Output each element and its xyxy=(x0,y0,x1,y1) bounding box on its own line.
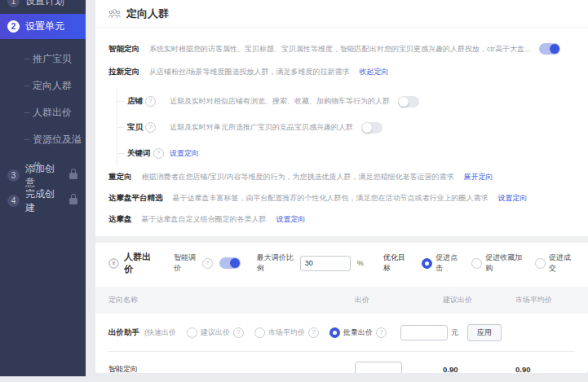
retargeting-label: 重定向 xyxy=(108,170,132,183)
expand-targeting-link[interactable]: 展开定向 xyxy=(464,170,493,183)
radio-icon[interactable] xyxy=(422,258,432,269)
col-header-suggested: 建议出价 xyxy=(443,295,515,305)
help-icon[interactable] xyxy=(376,327,387,338)
bid-assistant-row: 出价助手 (快速出价 建议出价 市场平均价 批量出价 元 应用 xyxy=(108,314,575,352)
smart-targeting-desc: 系统实时根据您的访客属性、宝贝标题、宝贝属性等维度，智能匹配出对您的宝贝更感兴趣… xyxy=(149,42,531,55)
step-number: 3 xyxy=(7,169,20,182)
shop-targeting-row: 店铺 近期及实时对相似店铺有浏览、搜索、收藏、加购物车等行为的人群 xyxy=(117,88,575,114)
steps-sidebar: 1 设置计划 2 设置单元 推广宝贝 定向人群 人群出价 资源位及溢价 3 添加… xyxy=(0,0,86,376)
max-ratio-input[interactable] xyxy=(300,256,351,271)
item-targeting-toggle[interactable] xyxy=(361,122,382,134)
step-number: 4 xyxy=(7,195,20,207)
crowd-icon xyxy=(108,8,121,19)
col-header-market: 市场平均价 xyxy=(515,295,588,305)
dmp-platform-set-link[interactable]: 设置定向 xyxy=(498,191,528,204)
col-header-bid: 出价 xyxy=(355,295,443,305)
item-label: 宝贝 xyxy=(127,122,143,133)
bid-assistant-prefix: (快速出价 xyxy=(144,327,176,338)
keyword-targeting-row: 关键词 设置定向 xyxy=(117,140,575,166)
radio-icon[interactable] xyxy=(254,327,265,338)
step-label: 添加创意 xyxy=(25,162,64,190)
dmp-platform-row: 达摩盘平台精选 基于达摩盘丰富标签，由平台配置推荐的个性化人群包，满足您在活动节… xyxy=(108,187,575,209)
shop-label: 店铺 xyxy=(127,96,143,107)
help-icon[interactable] xyxy=(308,327,319,338)
new-customer-targeting-row: 拉新定向 从店铺粉丝/场景等维度圈选投放人群，满足多维度的拉新需求 收起定向 xyxy=(108,60,575,83)
step-number: 2 xyxy=(7,20,20,33)
collapse-targeting-link[interactable]: 收起定向 xyxy=(360,65,389,78)
radio-icon[interactable] xyxy=(535,258,546,269)
smart-targeting-row: 智能定向 系统实时根据您的访客属性、宝贝标题、宝贝属性等维度，智能匹配出对您的宝… xyxy=(108,37,575,60)
goal-option-click[interactable]: 促进点击 xyxy=(422,252,462,274)
sidebar-item-promote-item[interactable]: 推广宝贝 xyxy=(0,46,86,72)
goal-option-conversion[interactable]: 促进成交 xyxy=(535,252,575,274)
lock-icon xyxy=(69,173,77,179)
sidebar-step-creative[interactable]: 3 添加创意 xyxy=(0,163,86,188)
dmp-set-link[interactable]: 设置定向 xyxy=(276,213,306,226)
bidding-title: 人群出价 xyxy=(124,251,157,275)
dmp-platform-label: 达摩盘平台精选 xyxy=(108,191,163,204)
smart-bid-input[interactable] xyxy=(355,362,402,374)
keyword-set-targeting-link[interactable]: 设置定向 xyxy=(170,148,199,159)
new-customer-children: 店铺 近期及实时对相似店铺有浏览、搜索、收藏、加购物车等行为的人群 宝贝 近期及… xyxy=(117,88,575,166)
bid-assistant-label: 出价助手 xyxy=(108,327,139,338)
goal-radio-group: 优化目标 促进点击 促进收藏加购 促进成交 xyxy=(383,252,575,274)
row-name: 智能定向 xyxy=(108,364,355,374)
step-label: 设置单元 xyxy=(25,20,64,33)
smart-adjust-toggle[interactable] xyxy=(219,257,241,269)
unit-sub-nav: 推广宝贝 定向人群 人群出价 资源位及溢价 xyxy=(0,39,86,163)
bidding-header-row: ¥ 人群出价 智能调价 最大调价比例 % 优化目标 促进点击 xyxy=(108,243,575,280)
bidding-section: ¥ 人群出价 智能调价 最大调价比例 % 优化目标 促进点击 xyxy=(95,243,588,373)
suggested-bid-value: 0.90 xyxy=(443,365,515,374)
smart-targeting-label: 智能定向 xyxy=(108,42,139,55)
smart-targeting-toggle[interactable] xyxy=(539,43,560,55)
shop-targeting-toggle[interactable] xyxy=(398,96,419,108)
step-number: 1 xyxy=(7,0,20,7)
dmp-desc: 基于达摩盘自定义组合圈定的各类人群 xyxy=(142,213,267,226)
help-icon[interactable] xyxy=(145,96,156,107)
main-panel: 定向人群 智能定向 系统实时根据您的访客属性、宝贝标题、宝贝属性等维度，智能匹配… xyxy=(95,0,588,373)
shop-desc: 近期及实时对相似店铺有浏览、搜索、收藏、加购物车等行为的人群 xyxy=(170,96,390,107)
assistant-option-suggested[interactable]: 建议出价 xyxy=(187,327,244,338)
help-icon[interactable] xyxy=(233,327,244,338)
batch-bid-input[interactable] xyxy=(400,325,448,340)
help-icon[interactable] xyxy=(202,258,213,269)
radio-icon[interactable] xyxy=(471,258,482,269)
targeting-section: 智能定向 系统实时根据您的访客属性、宝贝标题、宝贝属性等维度，智能匹配出对您的宝… xyxy=(95,28,588,236)
sidebar-item-audience-bid[interactable]: 人群出价 xyxy=(0,99,86,126)
item-desc: 近期及实时对单元所选推广宝贝的竞品宝贝感兴趣的人群 xyxy=(170,122,353,133)
batch-bid-unit: 元 xyxy=(451,327,458,338)
sidebar-item-placement-premium[interactable]: 资源位及溢价 xyxy=(0,126,86,153)
sidebar-step-plan[interactable]: 1 设置计划 xyxy=(0,0,86,14)
sidebar-step-finish[interactable]: 4 完成创建 xyxy=(0,188,86,213)
max-ratio-label: 最大调价比例 xyxy=(257,252,294,274)
retargeting-desc: 根据消费者在您店铺/宝贝/内容等维度的行为，为您挑选优质人群，满足您精细化老客运… xyxy=(142,170,454,183)
coin-icon: ¥ xyxy=(108,258,119,269)
item-targeting-row: 宝贝 近期及实时对单元所选推广宝贝的竞品宝贝感兴趣的人群 xyxy=(117,114,575,140)
col-header-name: 定向名称 xyxy=(108,295,355,305)
radio-icon[interactable] xyxy=(187,327,197,338)
goal-option-favorite-cart[interactable]: 促进收藏加购 xyxy=(471,252,525,274)
sidebar-step-unit[interactable]: 2 设置单元 xyxy=(0,14,86,39)
targeting-header: 定向人群 xyxy=(95,0,588,28)
bid-table-row-smart: 智能定向 0.90 0.90 xyxy=(108,352,575,373)
svg-text:¥: ¥ xyxy=(112,260,116,267)
step-label: 设置计划 xyxy=(25,0,64,8)
assistant-option-batch[interactable]: 批量出价 xyxy=(329,327,387,338)
smart-adjust-label: 智能调价 xyxy=(174,252,199,274)
sidebar-item-targeting[interactable]: 定向人群 xyxy=(0,72,86,99)
dmp-label: 达摩盘 xyxy=(108,213,132,226)
section-divider xyxy=(95,236,588,243)
step-label: 完成创建 xyxy=(25,187,64,215)
help-icon[interactable] xyxy=(145,122,156,133)
bid-table-header: 定向名称 出价 建议出价 市场平均价 xyxy=(95,287,588,314)
page-title: 定向人群 xyxy=(126,7,169,21)
apply-button[interactable]: 应用 xyxy=(467,324,502,341)
help-icon[interactable] xyxy=(153,148,164,159)
market-avg-value: 0.90 xyxy=(515,365,575,374)
max-ratio-unit: % xyxy=(357,259,364,267)
retargeting-row: 重定向 根据消费者在您店铺/宝贝/内容等维度的行为，为您挑选优质人群，满足您精细… xyxy=(108,166,575,187)
new-customer-label: 拉新定向 xyxy=(108,65,139,78)
new-customer-desc: 从店铺粉丝/场景等维度圈选投放人群，满足多维度的拉新需求 xyxy=(149,65,350,78)
radio-icon[interactable] xyxy=(329,327,340,338)
assistant-option-market[interactable]: 市场平均价 xyxy=(254,327,319,338)
